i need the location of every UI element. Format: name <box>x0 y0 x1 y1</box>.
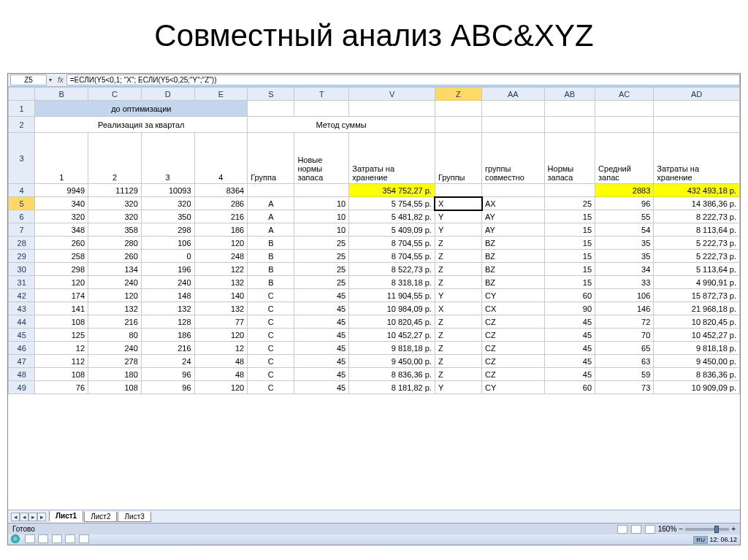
cell[interactable]: A <box>248 197 294 210</box>
cell[interactable]: 358 <box>88 223 142 237</box>
row-header[interactable]: 28 <box>9 237 35 250</box>
cell[interactable]: 14 386,36 р. <box>654 197 740 210</box>
cell[interactable]: CZ <box>482 315 545 329</box>
cell[interactable]: 21 968,18 р. <box>654 302 740 315</box>
cell[interactable]: Z <box>435 355 481 368</box>
cell[interactable]: 216 <box>194 210 248 223</box>
col-header[interactable]: B <box>35 88 88 101</box>
cell[interactable]: 216 <box>141 342 194 355</box>
cell[interactable]: 320 <box>88 197 142 210</box>
cell[interactable]: Z <box>435 263 481 276</box>
cell[interactable]: 260 <box>35 237 88 250</box>
cell[interactable] <box>595 117 654 133</box>
cell[interactable]: 134 <box>88 263 142 276</box>
cell[interactable]: 8 836,36 р. <box>654 368 740 381</box>
cell[interactable]: 76 <box>35 381 88 394</box>
row-header[interactable]: 29 <box>9 250 35 263</box>
cell[interactable] <box>435 184 481 197</box>
cell[interactable]: Реализация за квартал <box>35 117 248 133</box>
cell[interactable]: CZ <box>482 329 545 342</box>
row-header[interactable]: 2 <box>9 117 35 133</box>
cell[interactable]: 2 <box>88 133 142 184</box>
row-header[interactable]: 44 <box>9 315 35 329</box>
cell[interactable]: X <box>435 302 481 315</box>
cell[interactable]: 196 <box>141 263 194 276</box>
cell[interactable]: 15 <box>544 237 595 250</box>
row-header[interactable]: 49 <box>9 381 35 394</box>
view-layout-icon[interactable] <box>631 525 641 534</box>
cell[interactable]: 9 450,00 р. <box>349 355 435 368</box>
cell[interactable]: 354 752,27 р. <box>349 184 435 197</box>
cell[interactable]: 45 <box>294 342 349 355</box>
cell[interactable]: 25 <box>294 263 349 276</box>
cell[interactable]: 128 <box>141 315 194 329</box>
cell[interactable]: 45 <box>294 368 349 381</box>
cell[interactable]: 112 <box>35 355 88 368</box>
cell[interactable]: A <box>248 223 294 237</box>
cell[interactable]: CY <box>482 289 545 302</box>
cell[interactable]: 240 <box>141 276 194 289</box>
cell[interactable] <box>435 101 481 117</box>
name-box[interactable]: Z5 <box>10 74 47 85</box>
cell[interactable]: 35 <box>595 250 654 263</box>
cell[interactable]: 35 <box>595 237 654 250</box>
cell[interactable]: 286 <box>194 197 248 210</box>
cell[interactable]: 45 <box>544 355 595 368</box>
row-header[interactable]: 47 <box>9 355 35 368</box>
cell[interactable]: Затраты на хранение <box>349 133 435 184</box>
zoom-level[interactable]: 160% <box>658 525 677 533</box>
select-all-corner[interactable] <box>9 88 35 101</box>
cell[interactable]: 8 181,82 р. <box>349 381 435 394</box>
row-header[interactable]: 7 <box>9 223 35 237</box>
cell[interactable]: 10 452,27 р. <box>349 329 435 342</box>
taskbar-excel-icon[interactable] <box>65 534 75 543</box>
cell[interactable]: 9949 <box>35 184 88 197</box>
cell[interactable]: 10 820,45 р. <box>654 315 740 329</box>
col-header[interactable]: V <box>349 88 435 101</box>
cell[interactable]: 140 <box>194 289 248 302</box>
tab-last-icon[interactable]: ▸ <box>37 513 46 521</box>
cell[interactable]: 96 <box>141 381 194 394</box>
cell[interactable]: CZ <box>482 342 545 355</box>
cell[interactable]: 132 <box>194 302 248 315</box>
cell[interactable]: 45 <box>294 302 349 315</box>
view-normal-icon[interactable] <box>617 525 627 534</box>
row-header[interactable]: 1 <box>9 101 35 117</box>
taskbar-ie-icon[interactable] <box>25 534 35 543</box>
cell[interactable]: 186 <box>194 223 248 237</box>
cell[interactable]: 45 <box>544 342 595 355</box>
cell[interactable]: 108 <box>35 368 88 381</box>
cell[interactable]: 10 <box>294 197 349 210</box>
cell[interactable]: группы совместно <box>482 133 545 184</box>
cell[interactable]: 25 <box>294 250 349 263</box>
cell[interactable]: CZ <box>482 355 545 368</box>
cell[interactable]: C <box>248 342 294 355</box>
cell[interactable]: Средний запас <box>595 133 654 184</box>
cell[interactable]: 80 <box>88 329 142 342</box>
cell[interactable]: 106 <box>141 237 194 250</box>
cell[interactable]: CY <box>482 381 545 394</box>
cell[interactable]: X <box>435 197 481 210</box>
cell[interactable]: 15 <box>544 223 595 237</box>
sheet-tab-2[interactable]: Лист2 <box>84 512 117 522</box>
cell[interactable]: 9 818,18 р. <box>349 342 435 355</box>
cell[interactable]: 63 <box>595 355 654 368</box>
cell[interactable]: 12 <box>194 342 248 355</box>
cell[interactable]: Затраты на хранение <box>654 133 740 184</box>
cell[interactable]: B <box>248 250 294 263</box>
cell[interactable]: 120 <box>88 289 142 302</box>
col-header[interactable]: AB <box>544 88 595 101</box>
col-header-selected[interactable]: Z <box>435 88 481 101</box>
cell[interactable]: 45 <box>544 329 595 342</box>
cell[interactable]: 9 450,00 р. <box>654 355 740 368</box>
cell[interactable]: 15 <box>544 276 595 289</box>
cell[interactable]: 240 <box>88 276 142 289</box>
cell[interactable]: AY <box>482 210 545 223</box>
cell[interactable]: 5 222,73 р. <box>654 250 740 263</box>
cell[interactable]: 73 <box>595 381 654 394</box>
cell[interactable]: 132 <box>141 302 194 315</box>
col-header[interactable]: AC <box>595 88 654 101</box>
col-header[interactable]: C <box>88 88 142 101</box>
taskbar-word-icon[interactable] <box>79 534 89 543</box>
row-header[interactable]: 31 <box>9 276 35 289</box>
